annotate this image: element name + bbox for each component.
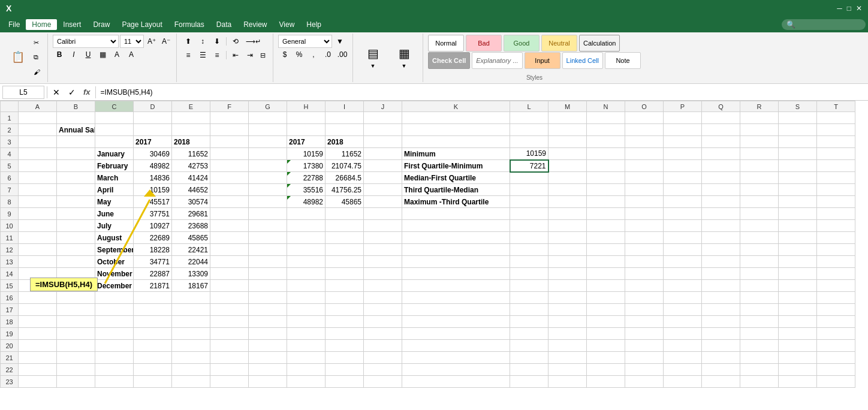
cell[interactable] xyxy=(95,316,134,328)
cell[interactable]: November xyxy=(95,268,134,280)
cell[interactable]: Annual Sales xyxy=(57,124,95,136)
cell[interactable] xyxy=(402,364,510,376)
cell[interactable] xyxy=(287,292,326,304)
cell[interactable] xyxy=(210,292,249,304)
cell[interactable] xyxy=(210,208,249,220)
cell[interactable] xyxy=(702,340,740,352)
cell[interactable] xyxy=(19,232,57,244)
cell[interactable] xyxy=(326,316,364,328)
cell[interactable] xyxy=(19,184,57,196)
cell[interactable] xyxy=(364,172,402,184)
cell[interactable] xyxy=(779,364,817,376)
conditional-formatting-button[interactable]: ▤ ▼ xyxy=(358,35,388,80)
cell[interactable] xyxy=(364,136,402,148)
cell[interactable] xyxy=(57,112,95,124)
cell[interactable] xyxy=(702,184,740,196)
formula-cancel-btn[interactable]: ✕ xyxy=(50,86,63,99)
cell[interactable] xyxy=(702,148,740,160)
row-header-23[interactable]: 23 xyxy=(1,376,19,388)
cell[interactable]: 45517 xyxy=(134,196,172,208)
cell[interactable]: 22788 xyxy=(287,172,326,184)
cell[interactable] xyxy=(287,268,326,280)
cell[interactable] xyxy=(817,172,855,184)
cell[interactable] xyxy=(95,340,134,352)
menu-item-review[interactable]: Review xyxy=(237,19,273,30)
cell[interactable] xyxy=(364,340,402,352)
cell[interactable]: 37751 xyxy=(134,208,172,220)
cell[interactable] xyxy=(510,292,548,304)
cell[interactable] xyxy=(702,172,740,184)
cell[interactable] xyxy=(510,328,548,340)
cell[interactable] xyxy=(364,352,402,364)
cell[interactable] xyxy=(664,208,702,220)
cell[interactable] xyxy=(95,292,134,304)
cell[interactable] xyxy=(134,316,172,328)
search-input[interactable] xyxy=(798,20,858,29)
col-header-D[interactable]: D xyxy=(134,101,172,112)
cell[interactable] xyxy=(510,280,548,292)
cell[interactable] xyxy=(249,208,287,220)
cell[interactable] xyxy=(210,160,249,172)
cell[interactable] xyxy=(134,328,172,340)
cell[interactable] xyxy=(364,292,402,304)
cell[interactable] xyxy=(779,316,817,328)
row-header-1[interactable]: 1 xyxy=(1,112,19,124)
cell[interactable] xyxy=(510,316,548,328)
col-header-E[interactable]: E xyxy=(172,101,210,112)
cell[interactable] xyxy=(95,376,134,388)
cell[interactable] xyxy=(817,280,855,292)
cell[interactable]: July xyxy=(95,220,134,232)
cell[interactable] xyxy=(664,376,702,388)
cell[interactable] xyxy=(587,340,625,352)
cell[interactable] xyxy=(587,160,625,172)
cell[interactable] xyxy=(402,280,510,292)
font-family-select[interactable]: Calibri xyxy=(53,35,119,48)
menu-item-view[interactable]: View xyxy=(273,19,301,30)
cell[interactable] xyxy=(326,208,364,220)
cell[interactable] xyxy=(587,244,625,256)
cell[interactable] xyxy=(19,160,57,172)
cell[interactable] xyxy=(625,304,664,316)
cell[interactable] xyxy=(779,184,817,196)
cell[interactable] xyxy=(817,244,855,256)
window-controls[interactable]: ─ □ ✕ xyxy=(837,4,862,13)
cell[interactable] xyxy=(19,112,57,124)
cell[interactable] xyxy=(548,268,587,280)
cell[interactable] xyxy=(510,232,548,244)
cell[interactable] xyxy=(779,376,817,388)
cell[interactable] xyxy=(587,292,625,304)
cell[interactable] xyxy=(326,292,364,304)
col-header-H[interactable]: H xyxy=(287,101,326,112)
cell[interactable] xyxy=(664,316,702,328)
cell[interactable] xyxy=(664,184,702,196)
bold-button[interactable]: B xyxy=(53,49,66,61)
cell[interactable] xyxy=(740,280,779,292)
cell[interactable] xyxy=(210,148,249,160)
cell[interactable] xyxy=(249,148,287,160)
cell[interactable] xyxy=(625,124,664,136)
align-center-btn[interactable]: ☰ xyxy=(196,49,209,61)
col-header-G[interactable]: G xyxy=(249,101,287,112)
cell[interactable] xyxy=(510,268,548,280)
cell[interactable] xyxy=(664,124,702,136)
cell[interactable] xyxy=(664,280,702,292)
cell[interactable] xyxy=(548,196,587,208)
orient-btn[interactable]: ⟲ xyxy=(229,35,242,47)
cell[interactable] xyxy=(172,340,210,352)
cell[interactable] xyxy=(587,280,625,292)
cell[interactable] xyxy=(364,112,402,124)
cell[interactable] xyxy=(740,352,779,364)
cell[interactable] xyxy=(210,376,249,388)
cell[interactable] xyxy=(249,196,287,208)
cell[interactable]: 42753 xyxy=(172,160,210,172)
cell[interactable] xyxy=(57,328,95,340)
cell[interactable] xyxy=(249,268,287,280)
cell-reference-input[interactable] xyxy=(2,86,44,99)
cell[interactable] xyxy=(402,268,510,280)
cell[interactable] xyxy=(740,244,779,256)
col-header-N[interactable]: N xyxy=(587,101,625,112)
cell[interactable] xyxy=(364,268,402,280)
style-linked-btn[interactable]: Linked Cell xyxy=(562,52,603,69)
cell[interactable] xyxy=(402,232,510,244)
cell[interactable] xyxy=(287,304,326,316)
